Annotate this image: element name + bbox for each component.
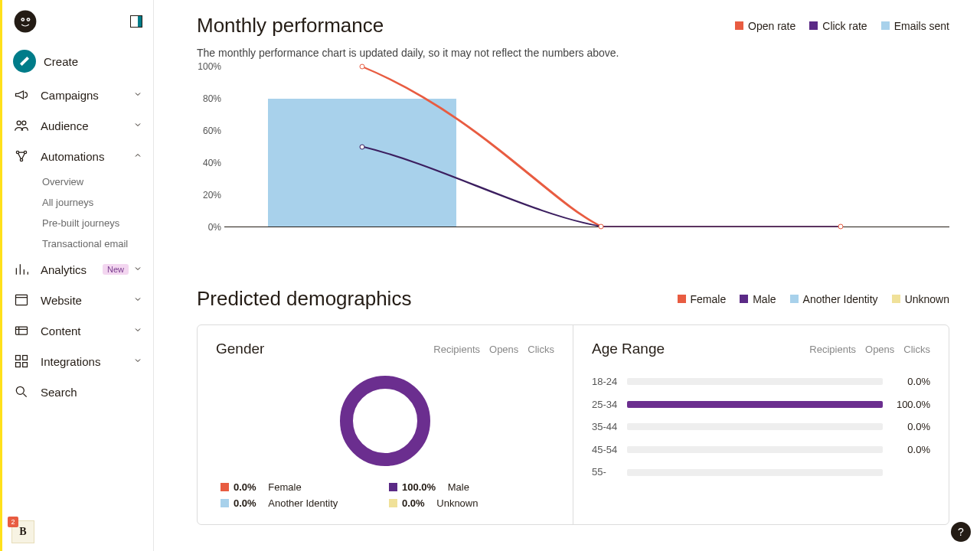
gender-tabs: Recipients Opens Clicks: [433, 344, 554, 355]
age-label: 55-: [592, 466, 618, 478]
sidebar-item-website[interactable]: Website: [2, 285, 153, 315]
bottom-badge-count: 2: [8, 517, 18, 527]
legend-click-rate: Click rate: [809, 20, 867, 32]
svg-rect-15: [23, 363, 28, 367]
chevron-down-icon: [133, 119, 142, 132]
tab-recipients[interactable]: Recipients: [433, 344, 480, 355]
tab-clicks[interactable]: Clicks: [528, 344, 554, 355]
create-label: Create: [44, 55, 142, 68]
ytick: 20%: [203, 190, 221, 201]
age-row: 55-: [592, 466, 930, 478]
sidebar-item-label: Campaigns: [41, 89, 133, 102]
subnav-prebuilt-journeys[interactable]: Pre-built journeys: [42, 213, 153, 233]
sidebar-item-search[interactable]: Search: [2, 377, 153, 407]
tab-opens[interactable]: Opens: [489, 344, 518, 355]
monthly-chart: 100% 80% 60% 40% 20% 0%: [197, 67, 949, 250]
sidebar: Create Campaigns Audience Automations Ov…: [2, 0, 154, 551]
gender-title: Gender: [216, 341, 264, 357]
legend-unknown: Unknown: [892, 293, 949, 305]
monthly-note: The monthly performance chart is updated…: [197, 47, 949, 59]
svg-point-7: [16, 151, 18, 153]
tab-clicks[interactable]: Clicks: [903, 344, 930, 355]
gl-female: 0.0% Female: [220, 481, 381, 493]
demographics-title: Predicted demographics: [197, 287, 411, 311]
sidebar-item-campaigns[interactable]: Campaigns: [2, 80, 153, 110]
chevron-down-icon: [133, 89, 142, 101]
collapse-sidebar-icon[interactable]: [130, 15, 142, 28]
age-label: 25-34: [592, 399, 618, 411]
age-bar: [627, 378, 883, 385]
new-badge: New: [103, 264, 129, 275]
point-open-2: [599, 224, 604, 230]
age-bar: [627, 401, 883, 408]
automations-icon: [13, 148, 30, 165]
age-row: 45-54 0.0%: [592, 444, 930, 456]
tab-opens[interactable]: Opens: [865, 344, 894, 355]
subnav-transactional-email[interactable]: Transactional email: [42, 233, 153, 254]
legend-emails-sent: Emails sent: [881, 20, 949, 32]
sidebar-item-automations[interactable]: Automations: [2, 141, 153, 171]
point-click-1: [359, 144, 364, 149]
sidebar-item-audience[interactable]: Audience: [2, 110, 153, 141]
audience-icon: [13, 117, 30, 134]
point-open-1: [359, 64, 364, 70]
brand-logo[interactable]: [13, 9, 38, 34]
legend-another: Another Identity: [790, 293, 878, 305]
bottom-badge[interactable]: B 2: [11, 520, 34, 543]
sidebar-item-label: Analytics: [41, 263, 103, 276]
svg-point-0: [15, 11, 37, 33]
line-open-rate: [362, 67, 841, 227]
website-icon: [13, 292, 30, 308]
monthly-title: Monthly performance: [197, 14, 384, 37]
age-label: 35-44: [592, 421, 618, 433]
legend-open-rate: Open rate: [735, 20, 795, 32]
ytick: 60%: [203, 126, 221, 136]
sidebar-item-integrations[interactable]: Integrations: [2, 346, 153, 377]
point-open-3: [838, 224, 843, 230]
svg-rect-12: [16, 356, 21, 360]
subnav-overview[interactable]: Overview: [42, 171, 153, 192]
age-bar: [627, 469, 883, 476]
megaphone-icon: [13, 86, 30, 103]
subnav-all-journeys[interactable]: All journeys: [42, 192, 153, 213]
tab-recipients[interactable]: Recipients: [809, 344, 856, 355]
chevron-up-icon: [133, 150, 142, 162]
svg-rect-10: [16, 295, 28, 305]
automations-subnav: Overview All journeys Pre-built journeys…: [2, 171, 153, 254]
gender-card: Gender Recipients Opens Clicks 0.0% Fema…: [198, 325, 573, 524]
sidebar-item-content[interactable]: Content: [2, 315, 153, 346]
age-row: 18-24 0.0%: [592, 376, 930, 388]
age-value: 0.0%: [892, 421, 930, 432]
svg-point-9: [20, 158, 22, 161]
svg-point-4: [28, 19, 29, 21]
ytick: 40%: [203, 158, 221, 168]
sidebar-item-label: Audience: [41, 119, 133, 132]
age-value: 100.0%: [892, 399, 930, 410]
svg-rect-11: [16, 327, 28, 334]
svg-point-3: [22, 19, 24, 21]
svg-rect-14: [16, 363, 21, 367]
gl-unknown: 0.0% Unknown: [389, 497, 550, 509]
sidebar-item-label: Content: [41, 324, 133, 337]
svg-point-8: [24, 151, 26, 153]
age-value: 0.0%: [892, 444, 930, 455]
integrations-icon: [13, 353, 30, 370]
legend-female: Female: [678, 293, 727, 305]
legend-male: Male: [740, 293, 776, 305]
age-label: 18-24: [592, 376, 618, 388]
age-value: 0.0%: [892, 376, 930, 387]
svg-point-6: [22, 121, 26, 125]
age-bar: [627, 423, 883, 430]
chevron-down-icon: [133, 294, 142, 306]
sidebar-item-analytics[interactable]: Analytics New: [2, 254, 153, 285]
chevron-down-icon: [133, 263, 142, 276]
search-icon: [13, 383, 30, 400]
ytick: 80%: [203, 93, 221, 104]
gl-male: 100.0% Male: [389, 481, 550, 493]
demographics-legend: Female Male Another Identity Unknown: [678, 293, 949, 305]
help-button[interactable]: ?: [951, 522, 971, 542]
line-click-rate: [362, 147, 841, 227]
create-button[interactable]: Create: [2, 43, 153, 80]
ytick: 0%: [208, 222, 221, 233]
sidebar-item-label: Integrations: [41, 355, 133, 368]
